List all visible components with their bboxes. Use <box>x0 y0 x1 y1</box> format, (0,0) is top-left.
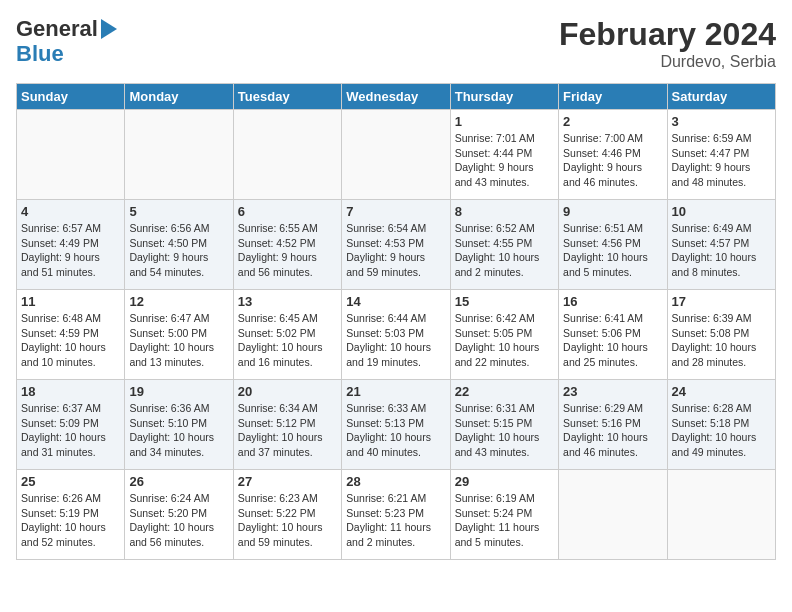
calendar-cell: 12Sunrise: 6:47 AM Sunset: 5:00 PM Dayli… <box>125 290 233 380</box>
calendar-cell: 17Sunrise: 6:39 AM Sunset: 5:08 PM Dayli… <box>667 290 775 380</box>
day-info: Sunrise: 6:41 AM Sunset: 5:06 PM Dayligh… <box>563 311 662 370</box>
calendar-cell: 2Sunrise: 7:00 AM Sunset: 4:46 PM Daylig… <box>559 110 667 200</box>
day-number: 6 <box>238 204 337 219</box>
calendar-cell: 7Sunrise: 6:54 AM Sunset: 4:53 PM Daylig… <box>342 200 450 290</box>
day-info: Sunrise: 6:44 AM Sunset: 5:03 PM Dayligh… <box>346 311 445 370</box>
calendar-cell: 23Sunrise: 6:29 AM Sunset: 5:16 PM Dayli… <box>559 380 667 470</box>
calendar-cell: 13Sunrise: 6:45 AM Sunset: 5:02 PM Dayli… <box>233 290 341 380</box>
day-number: 3 <box>672 114 771 129</box>
calendar-cell: 20Sunrise: 6:34 AM Sunset: 5:12 PM Dayli… <box>233 380 341 470</box>
calendar-title: February 2024 <box>559 16 776 53</box>
day-info: Sunrise: 6:37 AM Sunset: 5:09 PM Dayligh… <box>21 401 120 460</box>
calendar-cell: 5Sunrise: 6:56 AM Sunset: 4:50 PM Daylig… <box>125 200 233 290</box>
calendar-cell: 22Sunrise: 6:31 AM Sunset: 5:15 PM Dayli… <box>450 380 558 470</box>
day-number: 16 <box>563 294 662 309</box>
weekday-header-sunday: Sunday <box>17 84 125 110</box>
day-number: 20 <box>238 384 337 399</box>
calendar-cell: 27Sunrise: 6:23 AM Sunset: 5:22 PM Dayli… <box>233 470 341 560</box>
calendar-cell <box>667 470 775 560</box>
calendar-header: SundayMondayTuesdayWednesdayThursdayFrid… <box>17 84 776 110</box>
page-header: General Blue February 2024 Durdevo, Serb… <box>16 16 776 71</box>
day-number: 10 <box>672 204 771 219</box>
weekday-header-saturday: Saturday <box>667 84 775 110</box>
calendar-cell: 1Sunrise: 7:01 AM Sunset: 4:44 PM Daylig… <box>450 110 558 200</box>
calendar-cell: 11Sunrise: 6:48 AM Sunset: 4:59 PM Dayli… <box>17 290 125 380</box>
day-info: Sunrise: 6:49 AM Sunset: 4:57 PM Dayligh… <box>672 221 771 280</box>
calendar-cell: 6Sunrise: 6:55 AM Sunset: 4:52 PM Daylig… <box>233 200 341 290</box>
calendar-cell <box>125 110 233 200</box>
logo-general: General <box>16 16 98 41</box>
day-number: 19 <box>129 384 228 399</box>
calendar-cell: 28Sunrise: 6:21 AM Sunset: 5:23 PM Dayli… <box>342 470 450 560</box>
calendar-cell: 10Sunrise: 6:49 AM Sunset: 4:57 PM Dayli… <box>667 200 775 290</box>
weekday-header-row: SundayMondayTuesdayWednesdayThursdayFrid… <box>17 84 776 110</box>
day-info: Sunrise: 6:51 AM Sunset: 4:56 PM Dayligh… <box>563 221 662 280</box>
calendar-cell: 9Sunrise: 6:51 AM Sunset: 4:56 PM Daylig… <box>559 200 667 290</box>
day-number: 17 <box>672 294 771 309</box>
day-number: 2 <box>563 114 662 129</box>
calendar-cell: 4Sunrise: 6:57 AM Sunset: 4:49 PM Daylig… <box>17 200 125 290</box>
day-info: Sunrise: 6:29 AM Sunset: 5:16 PM Dayligh… <box>563 401 662 460</box>
weekday-header-tuesday: Tuesday <box>233 84 341 110</box>
day-info: Sunrise: 6:56 AM Sunset: 4:50 PM Dayligh… <box>129 221 228 280</box>
day-number: 15 <box>455 294 554 309</box>
day-info: Sunrise: 6:39 AM Sunset: 5:08 PM Dayligh… <box>672 311 771 370</box>
day-number: 28 <box>346 474 445 489</box>
calendar-table: SundayMondayTuesdayWednesdayThursdayFrid… <box>16 83 776 560</box>
day-number: 23 <box>563 384 662 399</box>
calendar-cell: 24Sunrise: 6:28 AM Sunset: 5:18 PM Dayli… <box>667 380 775 470</box>
day-number: 21 <box>346 384 445 399</box>
calendar-cell: 26Sunrise: 6:24 AM Sunset: 5:20 PM Dayli… <box>125 470 233 560</box>
day-info: Sunrise: 6:24 AM Sunset: 5:20 PM Dayligh… <box>129 491 228 550</box>
calendar-cell <box>559 470 667 560</box>
day-info: Sunrise: 6:21 AM Sunset: 5:23 PM Dayligh… <box>346 491 445 550</box>
day-info: Sunrise: 6:23 AM Sunset: 5:22 PM Dayligh… <box>238 491 337 550</box>
day-number: 18 <box>21 384 120 399</box>
day-info: Sunrise: 6:36 AM Sunset: 5:10 PM Dayligh… <box>129 401 228 460</box>
day-info: Sunrise: 7:00 AM Sunset: 4:46 PM Dayligh… <box>563 131 662 190</box>
day-number: 29 <box>455 474 554 489</box>
weekday-header-monday: Monday <box>125 84 233 110</box>
day-number: 1 <box>455 114 554 129</box>
calendar-week-1: 1Sunrise: 7:01 AM Sunset: 4:44 PM Daylig… <box>17 110 776 200</box>
day-number: 13 <box>238 294 337 309</box>
day-info: Sunrise: 6:28 AM Sunset: 5:18 PM Dayligh… <box>672 401 771 460</box>
day-info: Sunrise: 6:42 AM Sunset: 5:05 PM Dayligh… <box>455 311 554 370</box>
calendar-cell <box>17 110 125 200</box>
logo: General Blue <box>16 16 117 67</box>
weekday-header-thursday: Thursday <box>450 84 558 110</box>
logo-blue: Blue <box>16 41 64 66</box>
day-info: Sunrise: 6:47 AM Sunset: 5:00 PM Dayligh… <box>129 311 228 370</box>
calendar-week-2: 4Sunrise: 6:57 AM Sunset: 4:49 PM Daylig… <box>17 200 776 290</box>
day-info: Sunrise: 6:45 AM Sunset: 5:02 PM Dayligh… <box>238 311 337 370</box>
calendar-cell: 21Sunrise: 6:33 AM Sunset: 5:13 PM Dayli… <box>342 380 450 470</box>
day-number: 14 <box>346 294 445 309</box>
calendar-cell: 3Sunrise: 6:59 AM Sunset: 4:47 PM Daylig… <box>667 110 775 200</box>
calendar-cell <box>233 110 341 200</box>
weekday-header-friday: Friday <box>559 84 667 110</box>
weekday-header-wednesday: Wednesday <box>342 84 450 110</box>
title-block: February 2024 Durdevo, Serbia <box>559 16 776 71</box>
calendar-week-3: 11Sunrise: 6:48 AM Sunset: 4:59 PM Dayli… <box>17 290 776 380</box>
calendar-cell: 25Sunrise: 6:26 AM Sunset: 5:19 PM Dayli… <box>17 470 125 560</box>
day-number: 7 <box>346 204 445 219</box>
day-info: Sunrise: 6:31 AM Sunset: 5:15 PM Dayligh… <box>455 401 554 460</box>
day-info: Sunrise: 6:19 AM Sunset: 5:24 PM Dayligh… <box>455 491 554 550</box>
calendar-cell: 29Sunrise: 6:19 AM Sunset: 5:24 PM Dayli… <box>450 470 558 560</box>
calendar-cell: 14Sunrise: 6:44 AM Sunset: 5:03 PM Dayli… <box>342 290 450 380</box>
calendar-week-5: 25Sunrise: 6:26 AM Sunset: 5:19 PM Dayli… <box>17 470 776 560</box>
day-number: 4 <box>21 204 120 219</box>
calendar-cell: 15Sunrise: 6:42 AM Sunset: 5:05 PM Dayli… <box>450 290 558 380</box>
day-number: 9 <box>563 204 662 219</box>
day-number: 25 <box>21 474 120 489</box>
day-info: Sunrise: 7:01 AM Sunset: 4:44 PM Dayligh… <box>455 131 554 190</box>
day-info: Sunrise: 6:52 AM Sunset: 4:55 PM Dayligh… <box>455 221 554 280</box>
day-number: 11 <box>21 294 120 309</box>
day-info: Sunrise: 6:48 AM Sunset: 4:59 PM Dayligh… <box>21 311 120 370</box>
logo-text: General Blue <box>16 16 117 67</box>
calendar-cell: 18Sunrise: 6:37 AM Sunset: 5:09 PM Dayli… <box>17 380 125 470</box>
day-number: 12 <box>129 294 228 309</box>
day-number: 22 <box>455 384 554 399</box>
day-info: Sunrise: 6:55 AM Sunset: 4:52 PM Dayligh… <box>238 221 337 280</box>
calendar-body: 1Sunrise: 7:01 AM Sunset: 4:44 PM Daylig… <box>17 110 776 560</box>
